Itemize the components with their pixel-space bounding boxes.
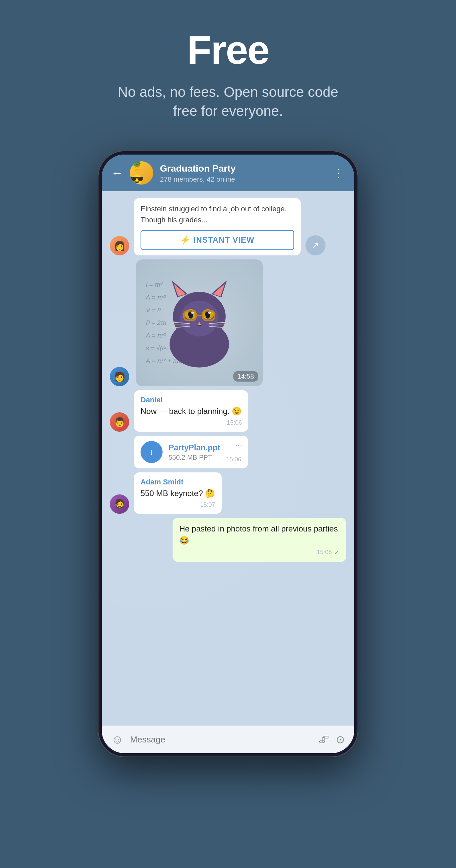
emoji-button[interactable]: ☺ (111, 733, 123, 746)
hero-title: Free (187, 27, 269, 73)
bottom-bar: ☺ 🖇 ⊙ (102, 725, 354, 753)
file-bubble: ⋯ ↓ PartyPlan.ppt 550.2 MB PPT 15:06 (134, 436, 248, 468)
file-more-button[interactable]: ⋯ (235, 441, 243, 450)
avatar-daniel: 👨 (110, 412, 129, 432)
adam-message-text: 550 MB keynote? 🤔 (141, 488, 215, 499)
svg-point-12 (208, 311, 211, 314)
phone-mockup: ← 🍍😎 Graduation Party 278 members, 42 on… (98, 151, 358, 757)
more-button[interactable]: ⋮ (333, 166, 345, 180)
sent-checkmark-icon: ✓ (334, 549, 339, 557)
svg-point-6 (180, 301, 219, 337)
instant-view-label: INSTANT VIEW (193, 235, 254, 245)
file-message-row: ⋯ ↓ PartyPlan.ppt 550.2 MB PPT 15:06 (110, 436, 346, 468)
phone-screen: ← 🍍😎 Graduation Party 278 members, 42 on… (102, 155, 354, 753)
outgoing-bubble: He pasted in photos from all previous pa… (173, 518, 346, 562)
adam-bubble: Adam Smidt 550 MB keynote? 🤔 15:07 (134, 472, 222, 514)
group-avatar: 🍍😎 (130, 161, 153, 185)
daniel-message-text: Now — back to planning. 😉 (141, 406, 242, 417)
file-name: PartyPlan.ppt (169, 443, 220, 452)
adam-message-row: 🧔 Adam Smidt 550 MB keynote? 🤔 15:07 (110, 472, 346, 514)
phone-outer-frame: ← 🍍😎 Graduation Party 278 members, 42 on… (98, 151, 358, 757)
download-icon: ↓ (149, 447, 154, 457)
sticker-time: 14:58 (233, 371, 258, 381)
hero-section: Free No ads, no fees. Open source code f… (0, 0, 456, 141)
daniel-bubble: Daniel Now — back to planning. 😉 15:06 (134, 390, 248, 432)
chat-meta: 278 members, 42 online (160, 175, 326, 183)
cat-sticker-svg (153, 276, 246, 370)
message-input[interactable] (130, 735, 312, 745)
instant-view-text: Einstein struggled to find a job out of … (141, 203, 294, 225)
back-button[interactable]: ← (111, 167, 123, 179)
avatar-boy1: 🧑 (110, 367, 129, 386)
outgoing-message-text: He pasted in photos from all previous pa… (179, 523, 339, 547)
sticker-message: 🧑 l = πr² A = πr² V = l³ P = 2πr A = πr²… (110, 259, 346, 386)
share-button[interactable]: ↗ (305, 235, 326, 255)
avatar-adam: 🧔 (110, 494, 129, 514)
instant-view-button[interactable]: ⚡ INSTANT VIEW (141, 230, 294, 250)
messages-area: 👩 Einstein struggled to find a job out o… (102, 191, 354, 725)
adam-message-time: 15:07 (141, 501, 215, 508)
hero-subtitle: No ads, no fees. Open source code free f… (115, 83, 341, 121)
file-size: 550.2 MB PPT (169, 454, 220, 461)
share-icon: ↗ (312, 241, 319, 250)
file-download-button[interactable]: ↓ (141, 441, 162, 463)
daniel-message-row: 👨 Daniel Now — back to planning. 😉 15:06 (110, 390, 346, 432)
avatar-girl: 👩 (110, 236, 129, 255)
group-avatar-emoji: 🍍😎 (130, 161, 153, 185)
file-info: PartyPlan.ppt 550.2 MB PPT (169, 443, 220, 461)
chat-name: Graduation Party (160, 163, 326, 174)
adam-sender-name: Adam Smidt (141, 478, 215, 487)
outgoing-message-time: 15:08 ✓ (179, 549, 339, 557)
daniel-message-time: 15:06 (141, 419, 242, 426)
file-time: 15:06 (226, 456, 241, 463)
chat-info: Graduation Party 278 members, 42 online (160, 163, 326, 183)
attach-button[interactable]: 🖇 (318, 734, 329, 746)
outgoing-message-row: He pasted in photos from all previous pa… (110, 518, 346, 562)
chat-header: ← 🍍😎 Graduation Party 278 members, 42 on… (102, 155, 354, 191)
lightning-icon: ⚡ (180, 235, 190, 245)
daniel-sender-name: Daniel (141, 396, 242, 404)
sticker-area: l = πr² A = πr² V = l³ P = 2πr A = πr² s… (136, 259, 263, 386)
camera-button[interactable]: ⊙ (336, 733, 345, 746)
instant-view-bubble: Einstein struggled to find a job out of … (134, 198, 301, 255)
instant-view-message: 👩 Einstein struggled to find a job out o… (110, 198, 346, 255)
